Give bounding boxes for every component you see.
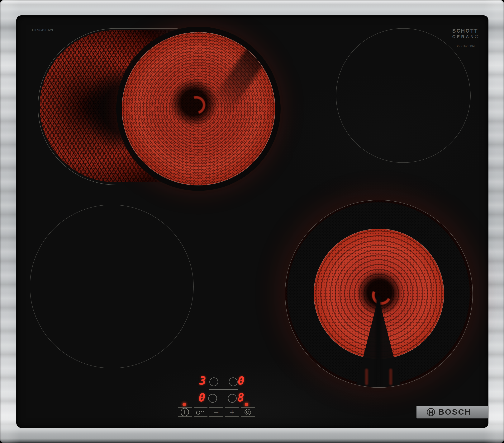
zone-map-vertical-line [223, 376, 223, 402]
serial-number: 9001608603 [452, 44, 480, 47]
bosch-anchor-icon [427, 408, 435, 417]
burner-rear-left-coil-center [184, 93, 209, 117]
key-lock-icon [196, 410, 205, 414]
zone-indicator-front-left [208, 394, 217, 403]
glass-brand-line1: SCHOTT [452, 28, 480, 34]
display-level-rear-right: 0 [238, 375, 245, 386]
glass-brand-block: SCHOTT CERAN® 9001608603 [452, 28, 480, 47]
model-number-label: PKN645BA2E [32, 28, 54, 32]
burner-front-right-ember-left [365, 369, 368, 385]
zone-indicator-rear-left [209, 377, 218, 386]
burner-front-left-outline [30, 205, 194, 368]
zone-indicator-rear-right [229, 377, 238, 386]
power-key[interactable] [178, 407, 192, 417]
display-level-front-left: 0 [199, 392, 205, 403]
glass-brand-line2: CERAN® [452, 34, 480, 39]
dual-zone-key[interactable] [241, 407, 255, 417]
burner-front-right-coil-center [369, 283, 394, 307]
dual-zone-icon [245, 409, 251, 415]
power-icon [180, 408, 189, 416]
burner-rear-right-outline [336, 28, 471, 163]
plus-icon: + [230, 408, 235, 416]
ceramic-glass-surface: PKN645BA2E SCHOTT CERAN® 9001608603 3 0 … [16, 15, 488, 428]
display-level-rear-left: 3 [199, 375, 206, 386]
zone-map-horizontal-line [209, 389, 238, 390]
child-lock-key[interactable] [194, 407, 207, 417]
burner-rear-left-reflection-streak [210, 32, 275, 116]
residual-heat-indicator-right [245, 403, 248, 406]
burner-front-right-ember-right [389, 369, 392, 385]
residual-heat-indicator-left [182, 403, 186, 406]
decrease-key[interactable]: − [209, 407, 223, 417]
increase-key[interactable]: + [225, 407, 239, 417]
display-level-front-right: 8 [237, 392, 244, 403]
brand-name: BOSCH [438, 408, 471, 417]
burner-front-right-glow [285, 200, 472, 387]
burner-front-right-sensor-stem [377, 297, 380, 387]
brand-badge: BOSCH [416, 406, 488, 418]
touch-control-panel: − + [178, 407, 255, 417]
burner-rear-left-main-glow [122, 32, 275, 186]
minus-icon: − [214, 408, 219, 416]
zone-indicator-front-right [228, 394, 237, 403]
